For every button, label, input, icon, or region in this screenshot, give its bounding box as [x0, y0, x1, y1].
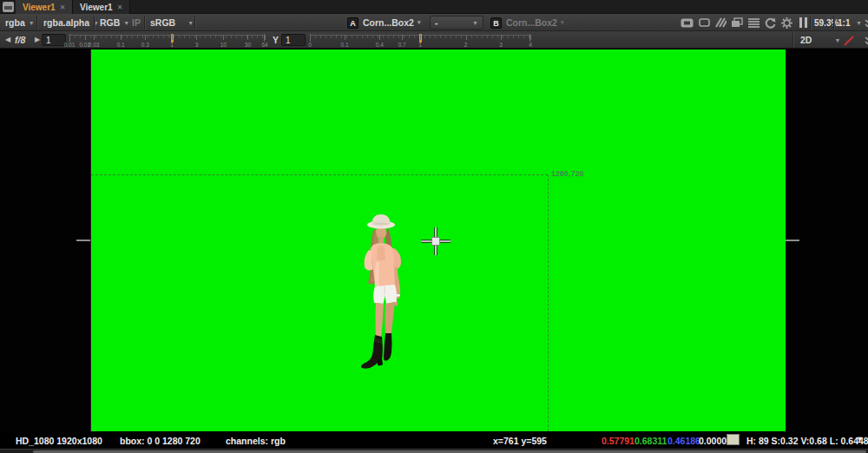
proxy-stripes-icon[interactable]: [713, 16, 727, 29]
chevron-down-icon: ▼: [834, 37, 840, 43]
image-canvas-greenscreen[interactable]: 1280,720: [90, 49, 786, 431]
tab-close-icon[interactable]: ✕: [60, 3, 66, 11]
gamma-tick-labels: 00.10.40.71234: [310, 34, 530, 49]
a-input-badge: A: [347, 17, 358, 29]
keyed-actress-figure: [349, 208, 415, 378]
bbox-info: bbox: 0 0 1280 720: [120, 436, 201, 446]
prev-button[interactable]: ◀: [5, 36, 10, 43]
tab-viewer1-active[interactable]: Viewer1 ✕: [16, 0, 73, 14]
stacked-frames-icon[interactable]: [730, 16, 744, 29]
separator: [792, 33, 793, 47]
slider-major-tick: [402, 35, 403, 40]
view-mode-value: 2D: [800, 35, 812, 45]
b-input-value: Corn...Box2: [506, 17, 557, 28]
hsvl-info: H: 89 S:0.32 V:0.68 L: 0.64480: [746, 436, 868, 446]
monitor-fill-icon[interactable]: [680, 16, 694, 29]
statusbar-chevron-icon[interactable]: ▼: [856, 435, 864, 443]
scanlines-icon[interactable]: [746, 16, 760, 29]
panel-menu-icon[interactable]: [3, 2, 14, 12]
tab-close-icon[interactable]: ✕: [117, 3, 123, 11]
slider-major-tick: [172, 35, 173, 40]
separator: [810, 16, 811, 30]
pixel-value-green: 0.68311: [635, 436, 667, 446]
slider-major-tick: [85, 35, 86, 40]
slider-major-tick: [121, 35, 122, 40]
slider-tick-label: 0.4: [376, 42, 384, 48]
gear-icon[interactable]: [779, 16, 793, 29]
tab-label: Viewer1: [23, 3, 56, 12]
chevron-down-icon: ▼: [187, 20, 194, 26]
slider-major-tick: [310, 35, 311, 40]
a-input-dropdown[interactable]: Corn...Box2▾: [363, 14, 420, 31]
b-input-dropdown[interactable]: Corn...Box2▾: [506, 14, 563, 31]
frame-handle-left[interactable]: [76, 240, 90, 241]
slider-tick-label: 10: [220, 42, 227, 48]
status-bar: HD_1080 1920x1080 bbox: 0 0 1280 720 cha…: [0, 432, 868, 449]
tab-viewer1-inactive[interactable]: Viewer1 ✕: [73, 0, 130, 14]
bbox-top-dashed-line: [91, 174, 548, 175]
roi-stroke-icon[interactable]: [842, 35, 856, 47]
pixel-ratio-value: 1:1: [838, 18, 850, 28]
separator: [194, 16, 195, 30]
bbox-right-dashed-line: [548, 174, 549, 431]
input-process-toggle[interactable]: IP: [132, 14, 141, 31]
pixel-ratio-dropdown[interactable]: 1:1: [838, 16, 850, 29]
slider-tick-label: 64: [261, 42, 267, 48]
slider-tick-label: 30: [245, 42, 251, 48]
gain-input[interactable]: 1: [42, 34, 66, 46]
chevron-down-icon: ▾: [418, 19, 421, 26]
slider-major-tick: [145, 35, 146, 40]
gain-slider[interactable]: 0.010.020.030.10.313103064: [69, 34, 265, 49]
slider-major-tick: [94, 35, 95, 40]
zoom-level[interactable]: 59.3%: [814, 16, 838, 29]
layer-value: rgba.alpha: [43, 17, 89, 28]
viewer-viewport[interactable]: 1280,720: [0, 49, 868, 432]
collapse-chevrons-icon[interactable]: [861, 35, 868, 47]
layer-dropdown[interactable]: rgba.alpha▼: [43, 14, 99, 31]
slider-tick-label: 4: [529, 42, 532, 48]
chevron-down-icon: ▼: [29, 20, 35, 26]
slider-tick-label: 3: [499, 42, 503, 48]
pause-icon[interactable]: [796, 16, 810, 29]
separator: [144, 16, 145, 30]
slider-tick-label: 0: [308, 42, 312, 48]
slider-tick-label: 0.7: [398, 42, 406, 48]
a-input-value: Corn...Box2: [363, 17, 414, 28]
chevron-down-icon: ▼: [123, 20, 129, 26]
slider-major-tick: [345, 35, 345, 40]
nuke-viewer-window: Viewer1 ✕ Viewer1 ✕ rgba▼ rgba.alpha▼ RG…: [0, 0, 868, 453]
collapse-chevrons-icon[interactable]: [861, 17, 868, 30]
separator: [833, 16, 834, 30]
view-mode-dropdown[interactable]: 2D▼: [800, 31, 840, 49]
display-channels-dropdown[interactable]: RGB▼: [100, 14, 129, 31]
viewer-lut-dropdown[interactable]: sRGB▼: [150, 14, 194, 31]
tab-label: Viewer1: [80, 3, 113, 12]
gamma-input[interactable]: 1: [281, 34, 306, 46]
format-info: HD_1080 1920x1080: [16, 436, 102, 446]
monitor-outline-icon[interactable]: [697, 16, 711, 29]
slider-major-tick: [466, 35, 467, 40]
slider-major-tick: [530, 35, 531, 40]
bbox-corner-label: 1280,720: [551, 169, 584, 178]
exposure-toolbar: ◀ f/8 ▶ 1 0.010.020.030.10.313103064 Y 1…: [0, 31, 868, 49]
ab-blend-value: -: [435, 17, 438, 28]
channels-info: channels: rgb: [226, 436, 286, 446]
gain-tick-labels: 0.010.020.030.10.313103064: [69, 34, 265, 49]
chevron-down-icon: ▼: [472, 20, 478, 26]
slider-tick-label: 0.3: [141, 42, 149, 48]
next-button[interactable]: ▶: [35, 36, 40, 43]
fstop-label[interactable]: f/8: [15, 31, 25, 49]
frame-handle-right[interactable]: [786, 240, 799, 241]
ab-blend-dropdown[interactable]: - ▼: [430, 16, 483, 30]
slider-tick-label: 2: [464, 42, 468, 48]
channels-dropdown[interactable]: rgba▼: [5, 14, 35, 31]
gamma-slider[interactable]: 00.10.40.71234: [310, 34, 530, 49]
color-swatch: [727, 434, 740, 445]
separator: [36, 16, 37, 30]
refresh-icon[interactable]: [763, 16, 777, 29]
viewer-toolbar: rgba▼ rgba.alpha▼ RGB▼ IP sRGB▼ A Corn..…: [0, 14, 868, 31]
display-channels-value: RGB: [100, 17, 120, 28]
slider-major-tick: [247, 35, 248, 40]
bottom-strip: [0, 449, 868, 453]
slider-major-tick: [501, 35, 502, 40]
